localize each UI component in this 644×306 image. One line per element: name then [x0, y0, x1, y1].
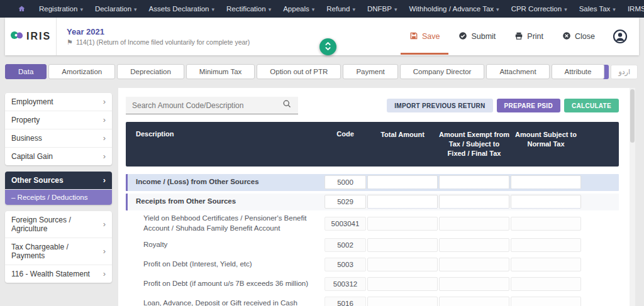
tab-depreciation[interactable]: Depreciation — [117, 64, 184, 79]
search-icon[interactable] — [282, 99, 292, 111]
total-amount-input[interactable] — [367, 277, 438, 291]
close-button[interactable]: Close — [562, 31, 595, 42]
sidebar-item-capital-gain[interactable]: Capital Gain — [5, 148, 112, 165]
tab-minimum-tax[interactable]: Minimum Tax — [186, 64, 255, 79]
sidebar-item-employment[interactable]: Employment — [5, 93, 112, 111]
nav-withholding-advance-tax[interactable]: Withholding / Advance Tax — [409, 5, 499, 13]
nav-irms[interactable]: IRMS — [628, 5, 644, 13]
sidebar-item-foreign-sources-agriculture[interactable]: Foreign Sources / Agriculture — [5, 211, 112, 238]
scrollbar-thumb[interactable] — [630, 89, 635, 143]
row-code: 5029 — [325, 195, 366, 209]
tab-option-out-of-ptr[interactable]: Option out of PTR — [257, 64, 341, 79]
tab-attachment[interactable]: Attachment — [486, 64, 549, 79]
total-amount-input[interactable] — [367, 258, 438, 271]
sidebar: Employment Property Business Capital Gai… — [5, 93, 112, 289]
save-button[interactable]: Save — [409, 31, 440, 42]
language-urdu-button[interactable]: اردو — [611, 65, 638, 79]
nav-appeals[interactable]: Appeals — [283, 5, 314, 13]
chevron-right-icon — [103, 247, 106, 256]
column-total-amount: Total Amount — [367, 130, 438, 139]
table-header: Description Code Total Amount Amount Exe… — [126, 122, 619, 167]
nav-registration[interactable]: Registration — [39, 5, 83, 13]
row-code: 5003041 — [325, 217, 366, 231]
section-tabs: Data Amortization Depreciation Minimum T… — [5, 64, 604, 79]
table-row: Royalty 5002 — [126, 237, 619, 254]
total-amount-input[interactable] — [367, 175, 438, 189]
tab-data[interactable]: Data — [5, 64, 47, 79]
nav-assets-declaration[interactable]: Assets Declaration — [149, 5, 214, 13]
row-description: Loan, Advance, Deposit or Gift received … — [126, 298, 325, 306]
table-row: Profit on Debt (if amount u/s 7B exceeds… — [126, 276, 619, 293]
normal-amount-input[interactable] — [511, 238, 581, 252]
sidebar-item-tax-chargeable-payments[interactable]: Tax Chargeable / Payments — [5, 238, 112, 265]
exempt-amount-input[interactable] — [439, 195, 509, 209]
row-code: 500312 — [325, 277, 366, 291]
exempt-amount-input[interactable] — [439, 175, 509, 189]
total-amount-input[interactable] — [367, 297, 438, 306]
exempt-amount-input[interactable] — [439, 258, 509, 271]
header-actions: Save Submit Print Close — [391, 29, 639, 44]
tab-amortization[interactable]: Amortization — [48, 64, 115, 79]
search-input[interactable] — [132, 101, 282, 110]
total-amount-input[interactable] — [367, 238, 438, 252]
row-code: 5000 — [325, 175, 366, 189]
exempt-amount-input[interactable] — [439, 217, 509, 231]
row-description: Yield on Behbood Certificates / Pensione… — [126, 214, 325, 233]
vertical-scrollbar[interactable] — [630, 88, 635, 306]
exempt-amount-input[interactable] — [439, 297, 509, 306]
return-type-label: 114(1) (Return of Income filed voluntari… — [76, 38, 250, 46]
chevron-right-icon — [103, 220, 106, 229]
total-amount-input[interactable] — [367, 195, 438, 209]
submit-button[interactable]: Submit — [458, 31, 496, 42]
tax-year-label: Year 2021 — [67, 27, 250, 36]
normal-amount-input[interactable] — [511, 217, 581, 231]
sidebar-item-business[interactable]: Business — [5, 129, 112, 148]
row-code: 5002 — [325, 238, 366, 252]
sidebar-item-property[interactable]: Property — [5, 111, 112, 129]
nav-declaration[interactable]: Declaration — [95, 5, 137, 13]
brand-name: IRIS — [26, 31, 51, 42]
nav-sales-tax[interactable]: Sales Tax — [579, 5, 616, 13]
nav-rectification[interactable]: Rectification — [226, 5, 271, 13]
expand-collapse-toggle[interactable] — [319, 38, 336, 55]
nav-dnfbp[interactable]: DNFBP — [367, 5, 397, 13]
column-code: Code — [325, 130, 366, 138]
table-row: Receipts from Other Sources 5029 — [126, 194, 619, 210]
normal-amount-input[interactable] — [511, 258, 581, 271]
sidebar-item-116-wealth-statement[interactable]: 116 - Wealth Statement — [5, 265, 112, 283]
chevron-down-icon — [350, 5, 355, 13]
calculate-button[interactable]: CALCULATE — [564, 99, 619, 112]
row-code: 5016 — [325, 297, 366, 306]
prepare-psid-button[interactable]: PREPARE PSID — [497, 99, 560, 112]
sidebar-item-other-sources[interactable]: Other Sources — [5, 172, 112, 190]
normal-amount-input[interactable] — [511, 277, 581, 291]
row-description: Royalty — [126, 240, 325, 250]
tab-company-director[interactable]: Company Director — [400, 64, 485, 79]
column-description: Description — [126, 130, 325, 138]
row-description: Profit on Debt (if amount u/s 7B exceeds… — [126, 279, 325, 289]
home-icon[interactable] — [18, 5, 26, 13]
row-description: Profit on Debt (Interest, Yield, etc) — [126, 260, 325, 270]
print-button[interactable]: Print — [514, 31, 543, 42]
normal-amount-input[interactable] — [511, 175, 581, 189]
main-panel: IMPORT PREVIOUS RETURN PREPARE PSID CALC… — [118, 88, 635, 306]
chevron-down-icon — [494, 5, 499, 13]
exempt-amount-input[interactable] — [439, 277, 509, 291]
nav-refund[interactable]: Refund — [326, 5, 355, 13]
table-row: Yield on Behbood Certificates / Pensione… — [126, 213, 619, 234]
tab-attribute[interactable]: Attribute — [552, 64, 605, 79]
normal-amount-input[interactable] — [511, 195, 581, 209]
import-previous-return-button[interactable]: IMPORT PREVIOUS RETURN — [387, 99, 492, 112]
nav-cpr-correction[interactable]: CPR Correction — [511, 5, 567, 13]
sidebar-item-receipts-deductions[interactable]: – Receipts / Deductions — [5, 190, 112, 205]
normal-amount-input[interactable] — [511, 297, 581, 306]
total-amount-input[interactable] — [367, 217, 438, 231]
expand-toggle-icon — [325, 41, 331, 53]
exempt-amount-input[interactable] — [439, 238, 509, 252]
user-avatar-icon[interactable] — [613, 29, 628, 44]
flag-icon — [67, 38, 73, 46]
chevron-down-icon — [266, 5, 272, 13]
tab-payment[interactable]: Payment — [343, 64, 397, 79]
table-row: Loan, Advance, Deposit or Gift received … — [126, 295, 619, 306]
row-description: Income / (Loss) from Other Sources — [128, 177, 325, 187]
